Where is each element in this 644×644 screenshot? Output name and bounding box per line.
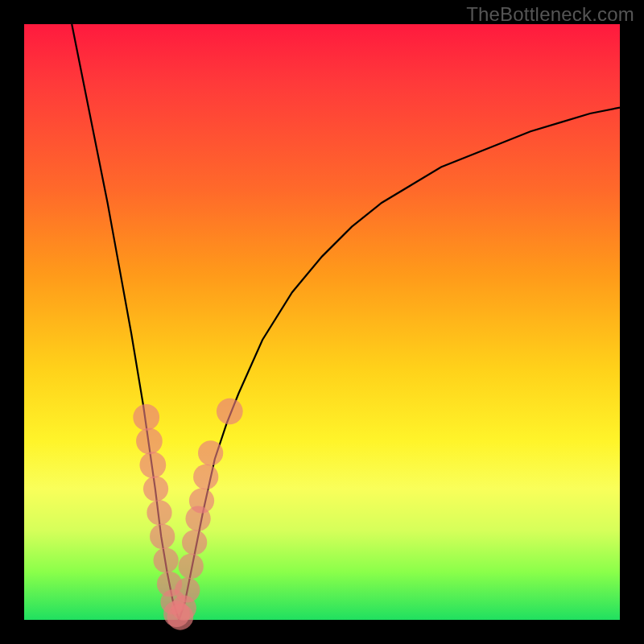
scatter-point xyxy=(189,488,214,513)
chart-frame: TheBottleneck.com xyxy=(0,0,644,644)
scatter-point xyxy=(150,524,175,549)
scatter-point xyxy=(198,440,223,465)
plot-area xyxy=(24,24,620,620)
scatter-point xyxy=(179,554,204,579)
scatter-point xyxy=(154,547,179,572)
scatter-point xyxy=(136,428,163,455)
scatter-point xyxy=(139,452,166,478)
scatter-point xyxy=(182,530,207,555)
watermark-text: TheBottleneck.com xyxy=(466,3,634,26)
scatter-point xyxy=(193,464,218,489)
scatter-points xyxy=(133,398,242,630)
scatter-point xyxy=(217,398,243,425)
scatter-point xyxy=(143,477,168,502)
scatter-point xyxy=(133,404,159,431)
scatter-point xyxy=(175,577,200,602)
curve-svg xyxy=(24,24,620,620)
scatter-point xyxy=(147,500,171,525)
